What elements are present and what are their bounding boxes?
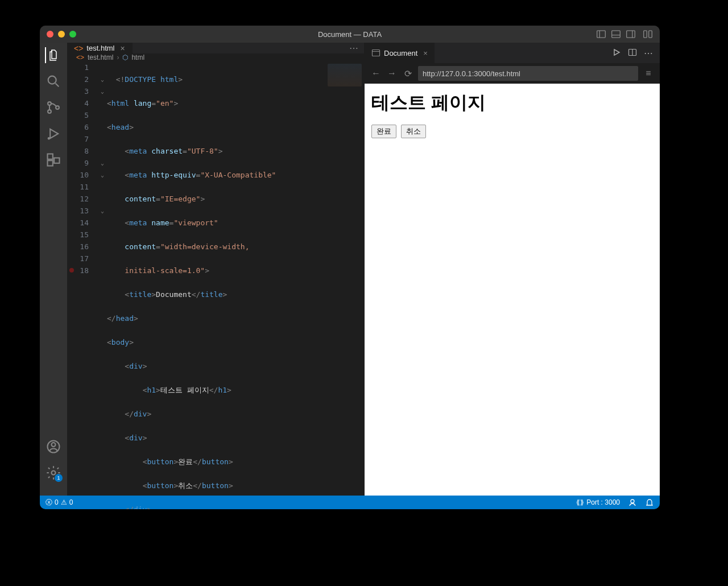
close-icon[interactable]: × — [120, 44, 125, 53]
titlebar: Document — DATA — [40, 26, 660, 43]
extensions-icon[interactable] — [46, 152, 61, 168]
fold-gutter: ⌄ ⌄ ⌄ ⌄ ⌄ — [98, 61, 107, 509]
run-debug-icon[interactable] — [46, 126, 61, 142]
more-icon[interactable]: ⋯ — [644, 48, 653, 59]
svg-point-12 — [56, 106, 59, 109]
reload-icon[interactable]: ⟳ — [402, 68, 413, 79]
editor-more-icon[interactable]: ⋯ — [344, 43, 364, 53]
warning-icon: ⚠ — [61, 498, 67, 506]
editor-pane: <> test.html × ⋯ <> test.html › ⬡ html — [67, 43, 364, 496]
svg-line-9 — [56, 84, 59, 87]
preview-heading: 테스트 페이지 — [371, 90, 653, 115]
panel-bottom-icon[interactable] — [611, 29, 621, 39]
traffic-lights — [47, 31, 76, 38]
tab-label: test.html — [86, 44, 114, 52]
maximize-window-button[interactable] — [69, 31, 76, 38]
panel-right-icon[interactable] — [626, 29, 636, 39]
svg-point-19 — [52, 443, 56, 447]
fold-icon[interactable]: ⌄ — [98, 169, 107, 181]
tab-document-preview[interactable]: Document × — [365, 43, 435, 63]
error-icon: ⓧ — [46, 498, 52, 507]
breadcrumb-symbol: html — [131, 53, 144, 61]
settings-badge: 1 — [55, 474, 63, 482]
preview-icon — [371, 48, 380, 57]
play-icon[interactable] — [612, 48, 621, 57]
source-control-icon[interactable] — [46, 100, 61, 115]
url-input[interactable] — [418, 66, 638, 81]
svg-rect-15 — [48, 154, 53, 159]
code-editor[interactable]: 1 2 3 4 5 6 7 8 9 10 11 12 13 14 — [67, 61, 364, 509]
search-icon[interactable] — [46, 73, 61, 89]
svg-rect-6 — [644, 31, 647, 38]
minimap[interactable] — [328, 64, 362, 86]
html-file-icon: <> — [76, 53, 84, 61]
menu-icon[interactable]: ≡ — [643, 68, 654, 79]
split-editor-icon[interactable] — [628, 48, 637, 57]
activity-bar: 1 — [40, 43, 67, 496]
notifications-icon[interactable] — [645, 498, 654, 507]
preview-tab-label: Document — [384, 49, 417, 57]
svg-point-10 — [48, 102, 51, 105]
breadcrumb[interactable]: <> test.html › ⬡ html — [67, 53, 364, 61]
svg-rect-0 — [597, 31, 606, 38]
vscode-window: Document — DATA 1 — [40, 26, 660, 509]
explorer-icon[interactable] — [45, 47, 61, 63]
preview-document: 테스트 페이지 완료 취소 — [365, 84, 660, 496]
svg-point-8 — [48, 76, 56, 84]
svg-point-26 — [631, 500, 634, 503]
editor-group: <> test.html × ⋯ <> test.html › ⬡ html — [67, 43, 660, 496]
feedback-icon[interactable] — [628, 498, 637, 507]
cancel-button[interactable]: 취소 — [401, 125, 426, 138]
fold-icon[interactable]: ⌄ — [98, 157, 107, 169]
back-icon[interactable]: ← — [370, 68, 382, 79]
close-icon[interactable]: × — [423, 49, 428, 57]
fold-icon[interactable]: ⌄ — [98, 85, 107, 97]
chevron-right-icon: › — [117, 53, 119, 61]
svg-marker-13 — [50, 129, 58, 138]
main-area: 1 <> test.html × ⋯ <> test.html — [40, 43, 660, 496]
panel-left-icon[interactable] — [596, 29, 606, 39]
svg-rect-7 — [649, 31, 652, 38]
account-icon[interactable] — [46, 439, 61, 455]
svg-rect-17 — [54, 158, 59, 163]
code-content[interactable]: <!DOCTYPE html> <html lang="en"> <head> … — [107, 61, 364, 509]
preview-tabs: Document × ⋯ — [365, 43, 660, 63]
svg-marker-23 — [614, 49, 619, 55]
preview-address-bar: ← → ⟳ ≡ — [365, 63, 660, 84]
symbol-icon: ⬡ — [122, 53, 128, 61]
fold-icon[interactable]: ⌄ — [98, 205, 107, 217]
tab-test-html[interactable]: <> test.html × — [67, 43, 133, 53]
close-window-button[interactable] — [47, 31, 53, 38]
minimize-window-button[interactable] — [58, 31, 65, 38]
layout-icon[interactable] — [643, 29, 653, 39]
preview-pane: Document × ⋯ ← → ⟳ ≡ — [364, 43, 660, 496]
complete-button[interactable]: 완료 — [371, 125, 396, 138]
editor-tabs: <> test.html × ⋯ — [67, 43, 364, 53]
svg-point-14 — [48, 138, 49, 139]
svg-point-11 — [48, 110, 51, 113]
window-title: Document — DATA — [318, 30, 382, 39]
fold-icon[interactable]: ⌄ — [98, 73, 107, 85]
forward-icon[interactable]: → — [386, 68, 398, 79]
broadcast-icon: ⟪⟫ — [576, 498, 584, 506]
html-file-icon: <> — [74, 44, 83, 53]
svg-point-20 — [52, 471, 56, 475]
line-numbers: 1 2 3 4 5 6 7 8 9 10 11 12 13 14 — [67, 61, 98, 509]
svg-rect-2 — [612, 31, 621, 38]
svg-rect-16 — [48, 160, 53, 166]
svg-rect-4 — [627, 31, 635, 38]
breadcrumb-file: test.html — [88, 53, 113, 61]
port-status[interactable]: ⟪⟫ Port : 3000 — [576, 498, 620, 506]
svg-rect-21 — [373, 50, 380, 56]
